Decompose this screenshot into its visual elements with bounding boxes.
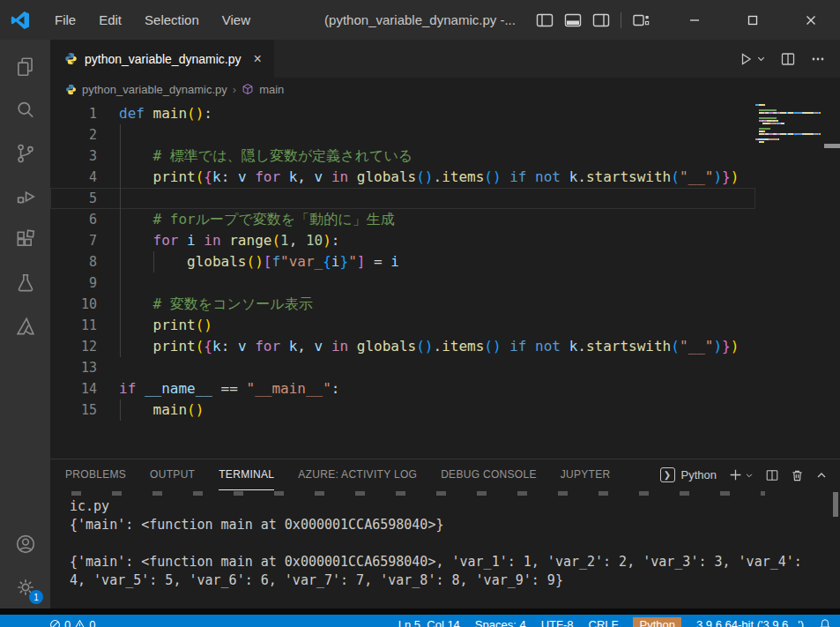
title-bar: FileEditSelectionView (python_variable_d… bbox=[0, 0, 840, 40]
toggle-secondary-sidebar-icon[interactable] bbox=[592, 11, 610, 29]
azure-icon[interactable] bbox=[0, 304, 50, 347]
code-text[interactable]: main() bbox=[97, 399, 755, 421]
more-actions-icon[interactable] bbox=[810, 51, 826, 67]
terminal-output[interactable]: ic.py{'main': <function main at 0x000001… bbox=[50, 490, 840, 608]
code-line: 10 # 変数をコンソール表示 bbox=[50, 294, 755, 315]
status-ln-5-col-14[interactable]: Ln 5, Col 14 bbox=[398, 618, 460, 627]
status-utf-8[interactable]: UTF-8 bbox=[541, 618, 574, 627]
terminal-scrollbar[interactable] bbox=[833, 492, 838, 517]
code-text[interactable]: # 変数をコンソール表示 bbox=[97, 294, 755, 315]
indent-guide bbox=[120, 336, 121, 357]
editor-tab-bar: python_variable_dynamic.py × bbox=[50, 40, 840, 78]
bottom-panel: PROBLEMSOUTPUTTERMINALAZURE: ACTIVITY LO… bbox=[50, 459, 840, 608]
panel-tab-bar: PROBLEMSOUTPUTTERMINALAZURE: ACTIVITY LO… bbox=[50, 459, 840, 490]
code-line: 5 bbox=[50, 188, 755, 209]
status-spaces-4[interactable]: Spaces: 4 bbox=[475, 618, 526, 627]
toggle-panel-icon[interactable] bbox=[564, 11, 582, 29]
panel-tab-jupyter[interactable]: JUPYTER bbox=[561, 459, 611, 490]
code-area[interactable]: 1def main():23 # 標準では、隠し変数が定義されている4 prin… bbox=[50, 101, 755, 459]
terminal-shell-icon: ❯ bbox=[660, 467, 675, 482]
indent-guide bbox=[120, 167, 121, 188]
maximize-button[interactable] bbox=[724, 0, 782, 40]
minimap-line bbox=[755, 128, 824, 130]
split-terminal-icon[interactable] bbox=[765, 468, 779, 482]
status-3-9-6-64-bit-3-9-6[interactable]: 3.9.6 64-bit ('3.9.6...') bbox=[696, 618, 804, 627]
code-line: 4 print({k: v for k, v in globals().item… bbox=[50, 167, 755, 188]
split-editor-icon[interactable] bbox=[780, 51, 796, 67]
code-text[interactable]: print() bbox=[97, 315, 755, 336]
minimap-line bbox=[755, 133, 824, 135]
menu-selection[interactable]: Selection bbox=[133, 0, 211, 40]
toggle-sidebar-icon[interactable] bbox=[536, 11, 554, 29]
terminal-line: 4, 'var_5': 5, 'var_6': 6, 'var_7': 7, '… bbox=[70, 571, 840, 590]
tab-python-variable-dynamic[interactable]: python_variable_dynamic.py × bbox=[50, 40, 274, 78]
testing-icon[interactable] bbox=[0, 261, 50, 304]
minimize-button[interactable] bbox=[665, 0, 724, 40]
code-line: 13 bbox=[50, 357, 755, 378]
line-number: 2 bbox=[50, 124, 97, 146]
notifications-bell-icon[interactable] bbox=[819, 618, 831, 627]
minimap[interactable] bbox=[755, 101, 824, 459]
indent-guide bbox=[120, 399, 121, 421]
kill-terminal-trash-icon[interactable] bbox=[791, 468, 804, 482]
code-text[interactable]: print({k: v for k, v in globals().items(… bbox=[97, 167, 755, 188]
terminal-line: ic.py bbox=[70, 497, 840, 516]
panel-tab-debug-console[interactable]: DEBUG CONSOLE bbox=[441, 459, 537, 490]
code-text[interactable]: def main(): bbox=[97, 103, 755, 124]
indent-guide bbox=[120, 124, 121, 146]
tab-close-icon[interactable]: × bbox=[253, 52, 261, 66]
code-line: 9 bbox=[50, 272, 755, 294]
indent-guide bbox=[120, 230, 121, 251]
code-text[interactable]: # forループで変数を「動的に」生成 bbox=[97, 209, 755, 230]
breadcrumb-chevron-icon: › bbox=[233, 83, 236, 96]
terminal-dropdown-chevron-icon[interactable] bbox=[745, 471, 754, 480]
code-line: 2 bbox=[50, 124, 755, 146]
panel-tab-azure-activity-log[interactable]: AZURE: ACTIVITY LOG bbox=[298, 459, 417, 490]
panel-tab-problems[interactable]: PROBLEMS bbox=[65, 459, 126, 490]
menu-view[interactable]: View bbox=[211, 0, 262, 40]
code-text[interactable]: if __name__ == "__main__": bbox=[97, 378, 755, 399]
maximize-panel-chevron-icon[interactable] bbox=[815, 469, 828, 481]
code-text[interactable] bbox=[97, 357, 755, 378]
code-text[interactable]: # 標準では、隠し変数が定義されている bbox=[97, 146, 755, 167]
indent-guide bbox=[120, 188, 121, 209]
minimap-line bbox=[755, 120, 824, 122]
terminal-instance-selector[interactable]: ❯ Python bbox=[660, 467, 717, 482]
panel-tab-terminal[interactable]: TERMINAL bbox=[219, 459, 274, 490]
accounts-icon[interactable] bbox=[0, 522, 50, 565]
line-number: 11 bbox=[50, 315, 97, 336]
search-icon[interactable] bbox=[0, 88, 50, 131]
new-terminal-icon[interactable] bbox=[728, 467, 743, 482]
status-python[interactable]: Python bbox=[633, 617, 680, 627]
code-text[interactable] bbox=[97, 188, 755, 209]
code-text[interactable]: globals()[f"var_{i}"] = i bbox=[97, 251, 755, 272]
line-number: 7 bbox=[50, 230, 97, 251]
close-button[interactable] bbox=[782, 0, 840, 40]
code-text[interactable]: print({k: v for k, v in globals().items(… bbox=[97, 336, 755, 357]
code-text[interactable] bbox=[97, 124, 755, 146]
breadcrumb-file[interactable]: python_variable_dynamic.py bbox=[82, 83, 227, 96]
source-control-icon[interactable] bbox=[0, 131, 50, 175]
breadcrumb-symbol[interactable]: main bbox=[259, 83, 284, 96]
run-dropdown-chevron-icon[interactable] bbox=[756, 54, 766, 63]
code-line: 8 globals()[f"var_{i}"] = i bbox=[50, 251, 755, 272]
minimap-line bbox=[755, 117, 824, 119]
run-and-debug-icon[interactable] bbox=[0, 175, 50, 218]
code-text[interactable]: for i in range(1, 10): bbox=[97, 230, 755, 251]
extensions-icon[interactable] bbox=[0, 218, 50, 261]
minimap-line bbox=[755, 123, 824, 124]
editor-scrollbar[interactable] bbox=[824, 101, 840, 459]
vscode-window: FileEditSelectionView (python_variable_d… bbox=[0, 0, 840, 627]
customize-layout-icon[interactable] bbox=[632, 11, 650, 29]
manage-gear-icon[interactable]: 1 bbox=[0, 565, 50, 608]
menu-edit[interactable]: Edit bbox=[87, 0, 133, 40]
explorer-icon[interactable] bbox=[0, 45, 50, 88]
run-file-icon[interactable] bbox=[738, 51, 754, 67]
problems-status[interactable]: 0 0 bbox=[49, 618, 95, 627]
panel-tab-output[interactable]: OUTPUT bbox=[150, 459, 195, 490]
status-crlf[interactable]: CRLF bbox=[589, 618, 619, 627]
menu-file[interactable]: File bbox=[43, 0, 87, 40]
code-line: 11 print() bbox=[50, 315, 755, 336]
line-number: 4 bbox=[50, 167, 97, 188]
code-text[interactable] bbox=[97, 272, 755, 294]
